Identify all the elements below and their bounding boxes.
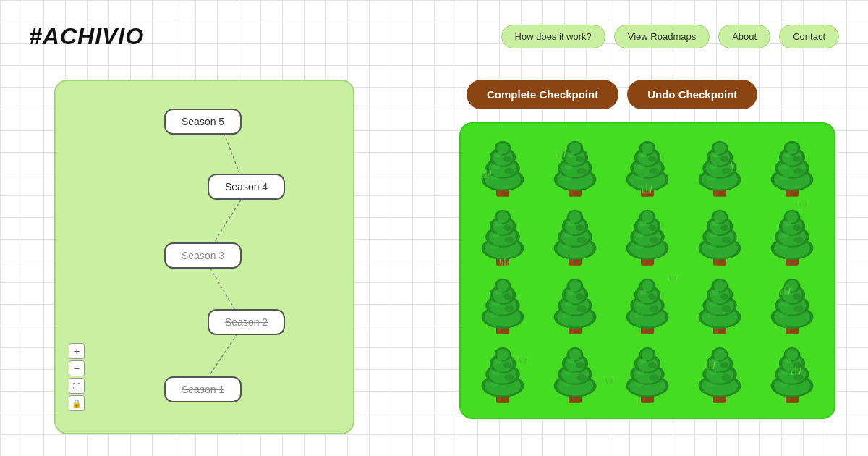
svg-point-227 bbox=[793, 293, 801, 300]
svg-point-30 bbox=[564, 164, 572, 169]
svg-line-331 bbox=[509, 259, 510, 266]
svg-line-323 bbox=[739, 164, 739, 169]
svg-point-298 bbox=[786, 348, 798, 360]
svg-point-238 bbox=[497, 348, 509, 360]
svg-point-47 bbox=[648, 156, 656, 162]
svg-line-346 bbox=[527, 356, 528, 363]
tree-icon bbox=[763, 272, 821, 337]
svg-line-341 bbox=[788, 288, 790, 295]
season-node-1[interactable]: Season 1 bbox=[164, 376, 242, 402]
svg-line-343 bbox=[787, 290, 788, 295]
grass-tuft bbox=[480, 168, 493, 181]
svg-point-273 bbox=[649, 374, 659, 381]
svg-point-122 bbox=[648, 224, 656, 231]
season-node-2[interactable]: Season 2 bbox=[208, 309, 285, 335]
fit-button[interactable]: ⛶ bbox=[69, 378, 85, 394]
svg-point-48 bbox=[649, 168, 659, 174]
svg-line-309 bbox=[556, 150, 557, 157]
svg-line-336 bbox=[676, 274, 678, 281]
svg-line-351 bbox=[613, 376, 614, 384]
svg-point-119 bbox=[640, 221, 647, 226]
svg-point-74 bbox=[785, 152, 791, 157]
svg-point-120 bbox=[637, 232, 644, 237]
svg-point-211 bbox=[707, 313, 717, 318]
svg-point-33 bbox=[576, 168, 587, 174]
svg-point-60 bbox=[709, 164, 717, 169]
svg-point-228 bbox=[794, 305, 804, 312]
svg-point-195 bbox=[637, 301, 644, 306]
svg-line-328 bbox=[805, 203, 806, 208]
svg-line-344 bbox=[518, 356, 519, 363]
tree-icon bbox=[474, 341, 532, 406]
svg-point-106 bbox=[562, 244, 572, 249]
nav-view-roadmaps[interactable]: View Roadmaps bbox=[614, 25, 710, 48]
svg-point-77 bbox=[793, 156, 801, 162]
complete-checkpoint-button[interactable]: Complete Checkpoint bbox=[467, 80, 618, 109]
svg-line-329 bbox=[500, 259, 501, 266]
tree-icon bbox=[691, 341, 749, 406]
svg-point-45 bbox=[637, 164, 644, 169]
svg-point-168 bbox=[504, 305, 514, 312]
nav-how-it-works[interactable]: How does it work? bbox=[501, 25, 605, 48]
svg-point-108 bbox=[576, 237, 587, 243]
svg-point-164 bbox=[495, 290, 501, 295]
svg-line-361 bbox=[799, 368, 801, 375]
svg-point-137 bbox=[720, 224, 728, 231]
header: #ACHIVIO How does it work? View Roadmaps… bbox=[0, 0, 868, 72]
nav-contact[interactable]: Contact bbox=[779, 25, 839, 48]
grass-tuft bbox=[640, 182, 653, 195]
svg-line-324 bbox=[798, 200, 799, 208]
svg-point-61 bbox=[707, 175, 717, 180]
svg-line-339 bbox=[780, 288, 781, 295]
svg-line-349 bbox=[604, 376, 605, 384]
undo-checkpoint-button[interactable]: Undo Checkpoint bbox=[627, 80, 757, 109]
tree-icon bbox=[546, 203, 604, 269]
grass-tuft bbox=[603, 373, 616, 387]
svg-point-44 bbox=[640, 152, 647, 157]
svg-point-197 bbox=[648, 293, 656, 300]
svg-line-363 bbox=[798, 370, 799, 375]
svg-line-338 bbox=[675, 276, 676, 281]
svg-point-183 bbox=[576, 305, 587, 312]
svg-point-13 bbox=[497, 142, 509, 153]
svg-line-352 bbox=[606, 379, 607, 384]
svg-point-118 bbox=[642, 211, 653, 222]
grass-tuft bbox=[730, 159, 743, 172]
season-node-5[interactable]: Season 5 bbox=[164, 109, 242, 135]
svg-point-136 bbox=[707, 244, 717, 249]
season-node-3[interactable]: Season 3 bbox=[164, 242, 242, 269]
tree-icon bbox=[618, 341, 676, 406]
lock-button[interactable]: 🔒 bbox=[69, 395, 85, 411]
svg-point-301 bbox=[779, 381, 789, 387]
season-node-4[interactable]: Season 4 bbox=[208, 174, 285, 200]
grass-tuft bbox=[554, 147, 567, 160]
svg-point-28 bbox=[569, 142, 581, 153]
svg-point-268 bbox=[642, 348, 653, 360]
nav: How does it work? View Roadmaps About Co… bbox=[501, 25, 839, 48]
svg-line-321 bbox=[740, 162, 741, 169]
svg-point-181 bbox=[562, 313, 572, 318]
zoom-out-button[interactable]: − bbox=[69, 360, 85, 376]
tree-icon bbox=[763, 203, 821, 269]
svg-line-354 bbox=[705, 362, 706, 369]
svg-line-356 bbox=[713, 362, 715, 369]
grass-tuft bbox=[498, 256, 511, 269]
tree-icon bbox=[474, 272, 532, 337]
svg-point-58 bbox=[714, 142, 726, 153]
tree-icon bbox=[546, 341, 604, 406]
svg-point-212 bbox=[720, 293, 728, 300]
svg-point-78 bbox=[794, 168, 804, 174]
tree-icon bbox=[618, 203, 676, 269]
nav-about[interactable]: About bbox=[718, 25, 770, 48]
svg-line-362 bbox=[793, 370, 793, 375]
svg-point-299 bbox=[785, 358, 791, 363]
logo: #ACHIVIO bbox=[29, 23, 144, 50]
grass-tuft bbox=[703, 359, 716, 372]
svg-point-88 bbox=[497, 211, 509, 222]
svg-line-347 bbox=[520, 358, 521, 363]
svg-point-93 bbox=[504, 237, 514, 243]
zoom-in-button[interactable]: + bbox=[69, 343, 85, 359]
svg-point-258 bbox=[576, 374, 587, 381]
svg-point-46 bbox=[634, 175, 644, 180]
svg-point-153 bbox=[794, 237, 804, 243]
